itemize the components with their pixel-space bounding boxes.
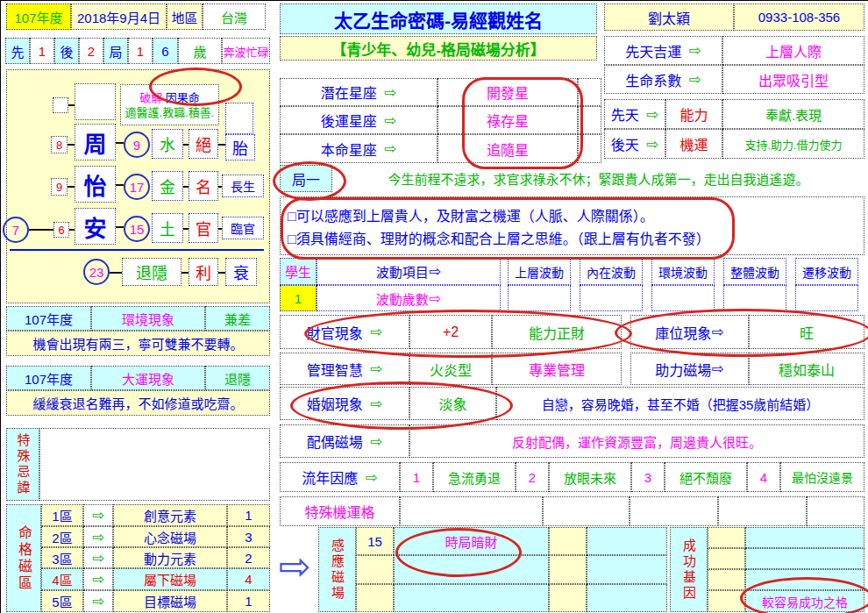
wave-col-value: [795, 285, 858, 311]
sense-cell: [587, 527, 667, 555]
innate-row-label: 先天吉運 ⇨: [604, 36, 722, 65]
page-subtitle: 【青少年、幼兒-格局磁場分析】: [280, 36, 597, 61]
matrix-label-text: 先天: [611, 103, 639, 125]
name-char: 周: [75, 124, 116, 160]
sense-cell: [394, 584, 549, 612]
yearly-num: 4: [747, 462, 780, 492]
innate-label-text: 先天吉運: [625, 40, 681, 61]
innate-row-label: 生命系數 ⇨: [604, 65, 722, 94]
ju-note-checkbox-1[interactable]: □可以感應到上層貴人，及財富之機運（人脈、人際關係）。: [288, 204, 654, 225]
aspect-cell: 名: [189, 171, 218, 201]
innate-label-text: 生命系數: [625, 69, 681, 90]
matrix-row-label: 先天 ⇨: [604, 99, 665, 129]
ju-text: 今生前程不遠求，求官求祿永不休；緊跟貴人成第一，走出自我逍遙遊。: [332, 165, 864, 192]
special-cell: [807, 496, 864, 526]
zone-value: 3: [227, 526, 270, 547]
wealth-desc: 能力正財: [492, 315, 622, 349]
sense-value: 時局暗財: [394, 527, 549, 555]
arrow-right-icon: ⇨: [83, 526, 113, 547]
arrow-right-icon: ⇨: [370, 434, 382, 449]
wave-col-value: [651, 285, 715, 311]
sense-cell: [587, 584, 667, 612]
arrow-right-icon: ⇨: [429, 264, 441, 279]
stage-cell: 長生: [222, 175, 264, 197]
connector-line: [218, 272, 225, 274]
sense-cell: [356, 584, 394, 612]
star-label-text: 後運星座: [321, 110, 377, 131]
number-circle: 15: [124, 216, 150, 242]
arrow-right-icon: ⇨: [83, 504, 113, 526]
element-cell: 水: [152, 129, 183, 159]
zone-name: 心念磁場: [113, 526, 227, 547]
arrow-right-icon: ⇨: [646, 137, 658, 152]
ju-label: 局: [103, 38, 128, 64]
luck-tag: 退隱: [205, 366, 270, 390]
sense-cell: [587, 555, 667, 584]
connector-line: [116, 226, 124, 228]
wisdom-label: 管理智慧 ⇨: [280, 353, 409, 385]
storage-label-text: 庫位現象: [655, 322, 711, 343]
arrow-right-icon: ⇨: [711, 361, 723, 376]
empty-node-right: [225, 103, 253, 134]
luck-year: 107年度: [6, 366, 91, 390]
age-phrase: 奔波忙碌: [222, 38, 270, 64]
region-value: 台灣: [203, 4, 266, 30]
arrow-right-icon: ⇨: [688, 72, 701, 87]
ju-value: 1: [128, 38, 153, 64]
env-tag: 兼差: [205, 306, 270, 331]
ju-notes-box: □可以感應到上層貴人，及財富之機運（人脈、人際關係）。 □須具備經商、理財的概念…: [280, 196, 864, 255]
arrow-right-icon: ⇨: [365, 470, 377, 485]
wave-age-text: 波動歲數: [376, 289, 429, 308]
matrix-value: 支持.助力.借力使力: [722, 129, 864, 159]
marriage-label-text: 婚姻現象: [307, 393, 363, 414]
arrow-right-icon: ⇨: [429, 291, 441, 306]
big-arrow-icon: ⇨: [271, 543, 318, 590]
success-cell: [745, 569, 864, 590]
connector-line: [218, 144, 225, 146]
year-badge: 107年度: [6, 4, 71, 30]
post-label: 後: [54, 38, 79, 64]
age-label: 歲: [178, 38, 222, 64]
yearly-num: 3: [631, 462, 665, 492]
total-aspect-cell: 利: [189, 258, 218, 286]
zone-value: 1: [227, 590, 270, 612]
zone-cell: 1區: [41, 504, 83, 526]
zone-name: 目標磁場: [113, 590, 227, 612]
wisdom-value: 火炎型: [409, 353, 492, 385]
arrow-right-icon: ⇨: [711, 324, 723, 339]
special-cell: [543, 496, 630, 526]
date-cell: 2018年9月4日: [71, 4, 167, 30]
strokes-cell: 6: [53, 222, 69, 238]
element-cell: 金: [152, 171, 183, 201]
marriage-value: 淡象: [409, 387, 496, 420]
star-value: 開發星: [438, 78, 578, 106]
spouse-label: 配偶磁場 ⇨: [280, 424, 409, 458]
success-label: 成功基因: [670, 527, 708, 612]
yearly-num: 2: [516, 462, 549, 492]
arrow-right-icon: ⇨: [384, 85, 396, 100]
ju-note-checkbox-2[interactable]: □須具備經商、理財的概念和配合上層之思維。（跟上層有仇者不發）: [288, 227, 710, 248]
spouse-label-text: 配偶磁場: [307, 431, 363, 452]
star-extra-cell: [578, 106, 601, 134]
post-value: 2: [79, 38, 103, 64]
element-cell: 土: [152, 213, 183, 243]
special-cell: [718, 496, 807, 526]
success-value: 較容易成功之格: [745, 590, 864, 612]
connector-line: [116, 142, 124, 144]
storage-label: 庫位現象 ⇨: [630, 315, 749, 349]
arrow-right-icon: ⇨: [384, 141, 396, 156]
zone-cell: 3區: [41, 547, 83, 568]
star-value: 祿存星: [438, 106, 578, 134]
crack-box: 破解 因果命 適醫護.教職.積善.: [120, 84, 219, 125]
taboo-label: 特殊忌諱: [6, 428, 39, 501]
strokes-cell: 9: [51, 178, 68, 196]
innate-value: 上層人際: [722, 36, 864, 65]
star-row-label: 本命星座 ⇨: [280, 134, 438, 163]
name-char: 安: [75, 208, 116, 245]
num-cell: 6: [153, 38, 178, 64]
sense-label: 感應磁場: [318, 527, 356, 612]
special-cell: [630, 496, 718, 526]
innate-value: 出眾吸引型: [722, 65, 864, 94]
zone-value: 1: [227, 504, 270, 526]
star-value: 追隨星: [438, 134, 578, 163]
